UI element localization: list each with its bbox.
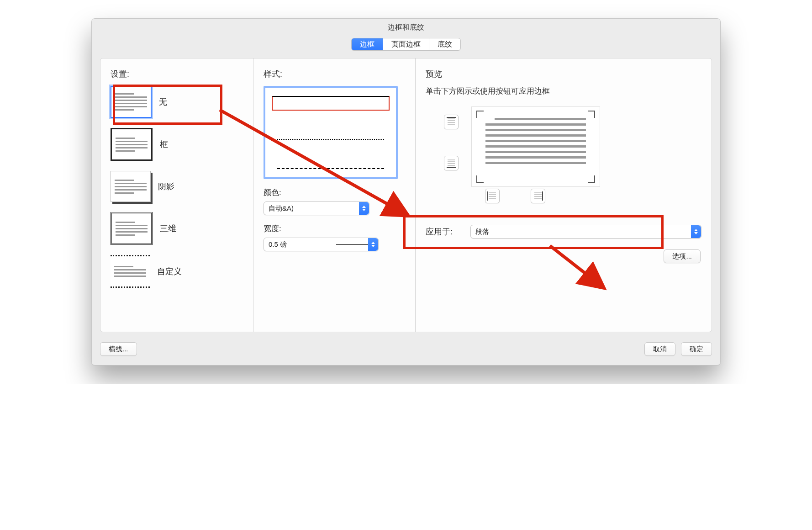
setting-shadow-label: 阴影 <box>158 181 174 192</box>
line-style-solid[interactable] <box>272 96 390 111</box>
line-style-dotted[interactable] <box>277 139 384 140</box>
setting-box[interactable]: 框 <box>111 128 243 161</box>
width-select-value: 0.5 磅 <box>269 240 329 249</box>
cancel-button[interactable]: 取消 <box>644 342 675 356</box>
preview-hint: 单击下方图示或使用按钮可应用边框 <box>426 86 701 96</box>
color-label: 颜色: <box>264 187 405 198</box>
width-sample-line-icon <box>336 244 368 245</box>
setting-box-label: 框 <box>160 139 168 150</box>
line-style-dashed[interactable] <box>277 168 384 169</box>
chevron-updown-icon <box>359 202 369 215</box>
width-select[interactable]: 0.5 磅 <box>264 238 379 251</box>
setting-custom[interactable]: 自定义 <box>111 255 243 288</box>
setting-none[interactable]: 无 <box>111 86 243 118</box>
edge-right-button[interactable] <box>531 189 545 203</box>
horizontal-line-button[interactable]: 横线... <box>100 342 137 356</box>
options-button[interactable]: 选项... <box>664 249 701 263</box>
tab-segmented-control: 边框 页面边框 底纹 <box>351 38 461 51</box>
color-select-value: 自动&A) <box>269 204 359 213</box>
tab-page-border[interactable]: 页面边框 <box>383 38 429 50</box>
apply-to-label: 应用于: <box>426 226 462 237</box>
setting-three-d-icon <box>111 212 153 245</box>
content-panel: 设置: 无 框 阴影 <box>100 58 712 332</box>
preview-page-icon[interactable] <box>471 106 600 187</box>
setting-custom-icon <box>111 255 150 288</box>
setting-three-d-label: 三维 <box>160 223 176 234</box>
color-select[interactable]: 自动&A) <box>264 201 369 215</box>
edge-left-button[interactable] <box>485 189 500 203</box>
dialog-window: 边框和底纹 边框 页面边框 底纹 设置: 无 <box>91 18 721 366</box>
preview-area <box>426 106 701 202</box>
apply-to-value: 段落 <box>475 228 691 236</box>
setting-shadow[interactable]: 阴影 <box>111 171 243 202</box>
setting-none-label: 无 <box>159 96 167 107</box>
settings-label: 设置: <box>111 69 243 80</box>
apply-to-row: 应用于: 段落 <box>421 218 706 245</box>
apply-to-select[interactable]: 段落 <box>470 225 701 238</box>
preview-label: 预览 <box>426 69 701 80</box>
window-title: 边框和底纹 <box>92 19 720 36</box>
chevron-updown-icon <box>691 225 701 238</box>
width-label: 宽度: <box>264 223 405 234</box>
tab-border[interactable]: 边框 <box>352 38 383 50</box>
setting-none-icon <box>111 86 152 118</box>
setting-box-icon <box>111 128 153 161</box>
setting-custom-label: 自定义 <box>157 266 182 277</box>
style-label: 样式: <box>264 69 405 80</box>
tab-shading[interactable]: 底纹 <box>429 38 460 50</box>
line-style-list[interactable] <box>264 86 398 179</box>
setting-three-d[interactable]: 三维 <box>111 212 243 245</box>
ok-button[interactable]: 确定 <box>681 342 712 356</box>
edge-top-button[interactable] <box>444 115 459 129</box>
chevron-updown-icon <box>368 238 378 251</box>
setting-shadow-icon <box>111 171 151 202</box>
edge-bottom-button[interactable] <box>444 156 459 170</box>
